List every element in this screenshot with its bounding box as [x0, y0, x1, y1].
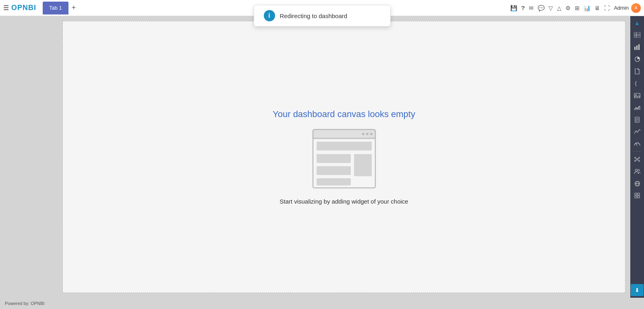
table-icon[interactable]: ⊞: [575, 5, 580, 11]
expand-icon[interactable]: ⛶: [604, 5, 610, 11]
toolbar-icons: 💾 ? ✉ 💬 ▽ △ ⚙ ⊞ 📊 🖥 ⛶ Admin A: [510, 3, 641, 13]
canvas-wrapper: Your dashboard canvas looks empty: [62, 16, 630, 298]
toast-message: Redirecting to dashboard: [280, 12, 348, 19]
svg-point-37: [638, 169, 640, 171]
file-rs-icon[interactable]: [631, 65, 644, 77]
table-rs-icon[interactable]: [631, 29, 644, 41]
save-icon[interactable]: 💾: [510, 5, 517, 11]
screen-icon[interactable]: 🖥: [594, 5, 600, 11]
svg-rect-9: [317, 178, 351, 185]
svg-rect-7: [354, 154, 372, 176]
right-sidebar: ▲ { }: [630, 16, 644, 298]
svg-point-2: [362, 133, 364, 135]
add-tab-button[interactable]: +: [69, 4, 79, 12]
globe-rs-icon[interactable]: [631, 177, 644, 190]
image-rs-icon[interactable]: [631, 89, 644, 101]
logo-area: ☰ OPNBI: [3, 4, 36, 12]
svg-line-32: [636, 158, 636, 159]
svg-rect-44: [638, 196, 640, 198]
svg-rect-42: [638, 193, 640, 195]
footer-text: Powered by: OPNBI: [5, 301, 44, 306]
admin-avatar[interactable]: A: [631, 3, 641, 13]
svg-line-34: [636, 160, 636, 161]
svg-rect-16: [638, 44, 640, 50]
admin-label: Admin: [614, 5, 629, 11]
comment-icon[interactable]: 💬: [538, 5, 545, 11]
toast-info-icon: i: [264, 10, 275, 21]
svg-rect-6: [317, 154, 351, 163]
bar-chart-rs-icon[interactable]: [631, 41, 644, 53]
download-rs-icon[interactable]: ⬇: [631, 284, 644, 296]
svg-point-27: [636, 159, 638, 160]
doc-rs-icon[interactable]: [631, 113, 644, 126]
hamburger-icon[interactable]: ☰: [3, 4, 9, 12]
gauge-rs-icon[interactable]: [631, 138, 644, 150]
help-icon[interactable]: ?: [521, 4, 525, 11]
filter2-icon[interactable]: △: [557, 5, 561, 11]
rs-divider: [633, 151, 641, 152]
admin-area: Admin A: [614, 3, 641, 13]
grid-rs-icon[interactable]: [631, 190, 644, 202]
pie-chart-rs-icon[interactable]: [631, 53, 644, 65]
filter1-icon[interactable]: ▽: [549, 5, 553, 11]
canvas-subtitle: Start visualizing by adding widget of yo…: [280, 198, 408, 205]
app-logo: OPNBI: [11, 4, 36, 12]
svg-rect-5: [317, 142, 372, 150]
multi-chart-rs-icon[interactable]: [631, 126, 644, 138]
svg-point-3: [366, 133, 369, 135]
bracket-rs-icon[interactable]: { }: [631, 77, 644, 89]
footer: Powered by: OPNBI: [0, 298, 644, 309]
svg-line-33: [638, 158, 639, 159]
svg-rect-41: [635, 193, 637, 195]
network-rs-icon[interactable]: [631, 153, 644, 165]
email-icon[interactable]: ✉: [529, 5, 534, 11]
svg-point-36: [636, 169, 638, 171]
svg-point-4: [370, 133, 373, 135]
svg-rect-43: [635, 196, 637, 198]
user-rs-icon[interactable]: [631, 165, 644, 177]
tab-1[interactable]: Tab 1: [43, 2, 68, 14]
dashboard-illustration: [311, 128, 377, 190]
arrow-up-icon[interactable]: ▲: [631, 17, 644, 29]
chart-icon[interactable]: 📊: [584, 5, 590, 11]
svg-rect-14: [634, 47, 636, 50]
svg-text:{ }: { }: [634, 81, 640, 86]
area-chart-rs-icon[interactable]: [631, 101, 644, 113]
main-area: Your dashboard canvas looks empty: [0, 16, 644, 298]
svg-point-20: [636, 94, 637, 95]
settings-icon[interactable]: ⚙: [565, 5, 571, 11]
svg-line-26: [636, 143, 637, 146]
svg-rect-1: [313, 130, 375, 138]
canvas-empty-title: Your dashboard canvas looks empty: [273, 109, 415, 119]
svg-rect-8: [317, 166, 351, 175]
svg-rect-10: [634, 32, 640, 38]
svg-line-35: [638, 160, 639, 161]
dashboard-canvas[interactable]: Your dashboard canvas looks empty: [62, 21, 625, 293]
left-sidebar: [0, 16, 62, 298]
svg-rect-15: [636, 45, 638, 50]
toast-notification: i Redirecting to dashboard: [254, 5, 391, 27]
